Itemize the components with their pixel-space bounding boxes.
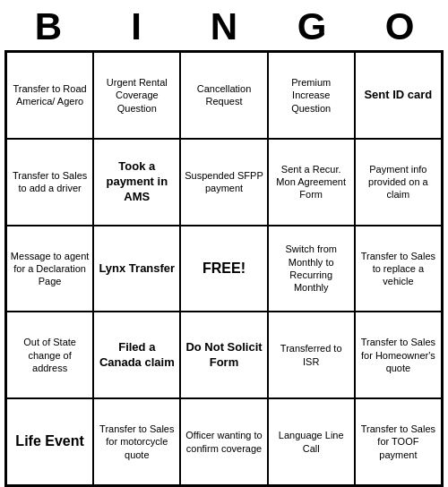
bingo-cell-18[interactable]: Transferred to ISR [268,312,355,398]
bingo-cell-14[interactable]: Transfer to Sales to replace a vehicle [355,226,442,312]
bingo-cell-15[interactable]: Out of State change of address [6,312,93,398]
bingo-cell-2[interactable]: Cancellation Request [180,52,267,139]
bingo-cell-5[interactable]: Transfer to Sales to add a driver [6,139,93,226]
bingo-header: B I N G O [4,0,444,50]
bingo-cell-11[interactable]: Lynx Transfer [93,226,180,312]
bingo-cell-9[interactable]: Payment info provided on a claim [355,139,442,226]
header-i: I [96,5,177,48]
bingo-cell-0[interactable]: Transfer to Road America/ Agero [6,52,93,139]
bingo-cell-3[interactable]: Premium Increase Question [268,52,355,139]
bingo-cell-7[interactable]: Suspended SFPP payment [180,139,267,226]
bingo-cell-21[interactable]: Transfer to Sales for motorcycle quote [93,398,180,485]
header-b: B [8,5,89,48]
bingo-cell-24[interactable]: Transfer to Sales for TOOF payment [355,398,442,485]
header-g: G [271,5,352,48]
bingo-cell-6[interactable]: Took a payment in AMS [93,139,180,226]
bingo-cell-8[interactable]: Sent a Recur. Mon Agreement Form [268,139,355,226]
header-o: O [359,5,440,48]
bingo-grid: Transfer to Road America/ AgeroUrgent Re… [4,50,444,487]
bingo-cell-20[interactable]: Life Event [6,398,93,485]
bingo-cell-19[interactable]: Transfer to Sales for Homeowner's quote [355,312,442,398]
bingo-cell-22[interactable]: Officer wanting to confirm coverage [180,398,267,485]
bingo-cell-17[interactable]: Do Not Solicit Form [180,312,267,398]
bingo-cell-10[interactable]: Message to agent for a Declaration Page [6,226,93,312]
bingo-cell-12[interactable]: FREE! [180,226,267,312]
bingo-cell-16[interactable]: Filed a Canada claim [93,312,180,398]
bingo-cell-1[interactable]: Urgent Rental Coverage Question [93,52,180,139]
header-n: N [184,5,264,48]
bingo-cell-23[interactable]: Language Line Call [268,398,355,485]
bingo-cell-4[interactable]: Sent ID card [355,52,442,139]
bingo-cell-13[interactable]: Switch from Monthly to Recurring Monthly [268,226,355,312]
